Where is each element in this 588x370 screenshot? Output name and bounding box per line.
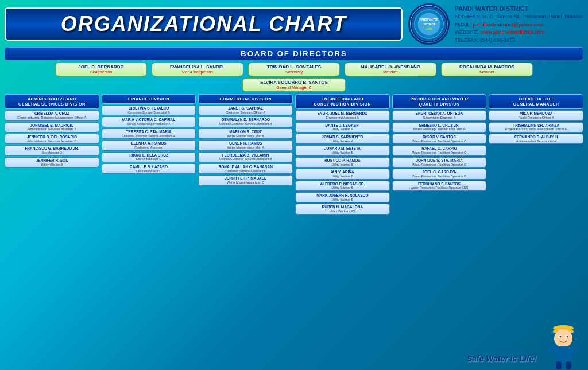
division-finance: FINANCE DIVISION CRISTINA S. FETALCOCorp… [102, 94, 196, 215]
staff-eng-2: JOMAR S. SARMIENTOUtility Worker A [295, 134, 390, 144]
staff-prod-4: JOHN DOE S. STA. MARIAWater Resources Fa… [392, 157, 487, 168]
division-admin: ADMINISTRATIVE ANDGENERAL SERVICES DIVIS… [5, 94, 99, 215]
directors-row: JOEL C. BERNARDO Chairperson EVANGELINA … [5, 63, 583, 76]
staff-com-3: GENER R. RAMOSWater Maintenance Man A [198, 140, 293, 150]
logo-info: PANDI WATER DISTRICT 1986 PANDI WATER DI… [408, 3, 583, 45]
staff-prod-6: FERDINAND F. SANTOSWater Resources Facil… [392, 181, 487, 191]
staff-gmo-1: TRISHIALINN DR. ARMIZAProject Planning a… [489, 122, 583, 133]
staff-eng-8: RUBEN N. MAGALONAUtility Worker (JO) [295, 204, 390, 214]
staff-fin-0: CRISTINA S. FETALCOCorporate Budget Spec… [102, 105, 196, 115]
page-title: ORGANIZATIONAL CHART [5, 7, 403, 41]
staff-admin-4: JENNIFER R. SOLUtility Worker B [5, 157, 99, 168]
svg-text:PANDI WATER: PANDI WATER [420, 18, 439, 21]
staff-fin-4: RIKKO L. DELA CRUZClerk Processor C [102, 152, 196, 162]
svg-point-9 [554, 329, 572, 348]
director-1: EVANGELINA L. SANDEL Vice-Chairperson [152, 63, 243, 76]
company-website: WEBSITE: www.pandiwaterdistrict.com [454, 29, 583, 37]
staff-fin-3: ELENITA A. RAMOSCashiering Assistant [102, 140, 196, 150]
staff-prod-0: ENGR. CESAR A. ORTEGASupervising Enginee… [392, 110, 487, 120]
division-commercial-title: COMMERCIAL DIVISION [198, 94, 293, 104]
svg-rect-14 [554, 346, 572, 363]
staff-com-1: GEMMALYN D. BERNARDOUtilities/Customer S… [198, 116, 293, 127]
header: ORGANIZATIONAL CHART PANDI WATER DISTRIC… [5, 3, 583, 45]
division-production-title: PRODUCTION AND WATERQUALITY DIVISION [392, 94, 487, 109]
division-finance-title: FINANCE DIVISION [102, 94, 196, 104]
staff-prod-1: ERNESTO L. CRUZ JR.Water/Sewerage Mainte… [392, 122, 487, 133]
division-engineering: ENGINEERING ANDCONSTRUCTION DIVISION ENG… [295, 94, 390, 215]
director-2: TRINIDAD L. GONZALES Secretary [248, 63, 340, 76]
svg-text:1986: 1986 [426, 28, 432, 30]
staff-admin-0: CRISELDA A. CRUZSenior Industrial Relati… [5, 110, 99, 120]
staff-eng-4: RUSTICO P. RAMOSUtility Worker B [295, 157, 390, 168]
staff-fin-5: CAMILLE B. LAZAROClerk Processor C [102, 163, 196, 174]
staff-com-6: JENNIFFER P. MABALEWater Maintenance Man… [198, 175, 293, 185]
svg-rect-16 [572, 348, 580, 352]
svg-point-12 [559, 336, 561, 338]
tagline: Safe Water is Life! [467, 354, 536, 363]
director-0: JOEL C. BERNARDO Chairperson [55, 63, 147, 76]
gm-box: ELVIRA SOCORRO B. SANTOS General Manager… [242, 78, 346, 92]
staff-com-0: JANET G. CAPIRALCustomer Services Office… [198, 105, 293, 115]
mascot-svg [545, 321, 582, 370]
division-gm-office: OFFICE OF THEGENERAL MANAGER MILA P. MEN… [489, 94, 583, 215]
divisions-row: ADMINISTRATIVE ANDGENERAL SERVICES DIVIS… [5, 94, 583, 215]
staff-com-4: FLORDELIZA B. VILLAMINUtilities/Customer… [198, 152, 293, 162]
staff-gmo-0: MILA P. MENDOZAPublic Relations Officer … [489, 110, 583, 120]
company-name: PANDI WATER DISTRICT [454, 4, 583, 14]
company-telefax: TELEFAX: (044) 661-1050 [454, 37, 583, 45]
svg-text:DISTRICT: DISTRICT [423, 23, 435, 26]
staff-eng-3: JONARD M. ESTETAUtility Worker B [295, 145, 390, 155]
svg-point-13 [566, 336, 568, 338]
staff-eng-0: ENGR. JOEL M. BERNARDOEngineering Assist… [295, 110, 390, 120]
staff-prod-3: RAFAEL O. CARPIOWater Resources Faciliti… [392, 145, 487, 155]
mascot [543, 318, 583, 370]
svg-rect-17 [556, 361, 562, 369]
division-production: PRODUCTION AND WATERQUALITY DIVISION ENG… [392, 94, 487, 215]
staff-com-2: MARLON R. CRUZWater Maintenance Man A [198, 128, 293, 139]
staff-eng-1: DANTE J. LEGASPIUtility Worker A [295, 122, 390, 133]
director-4: ROSALINDA M. MARCOS Member [441, 63, 533, 76]
staff-fin-1: MARIA VICTORIA C. CAPIRALSenior Accounti… [102, 116, 196, 127]
division-engineering-title: ENGINEERING ANDCONSTRUCTION DIVISION [295, 94, 390, 109]
gm-row: ELVIRA SOCORRO B. SANTOS General Manager… [5, 78, 583, 92]
bod-bar: BOARD OF DIRECTORS [5, 47, 583, 60]
company-info: PANDI WATER DISTRICT ADDRESS: M. G. Sant… [454, 4, 583, 45]
staff-admin-1: JORMISEL B. MAURICIOAdministration Servi… [5, 122, 99, 133]
staff-prod-2: RIGOR V. SANTOSWater Resources Facilitie… [392, 134, 487, 144]
director-3: MA. ISABEL O. AVENDAÑO Member [345, 63, 436, 76]
staff-admin-2: JENNIFER D. DEL ROSARIOAdministration Se… [5, 134, 99, 144]
staff-prod-5: JOEL G. GARDAYAWater Resources Facilitie… [392, 169, 487, 179]
svg-rect-15 [547, 348, 555, 352]
staff-eng-5: IAN Y. ARIÑAUtility Worker B [295, 169, 390, 179]
staff-admin-3: FRANCISCO G. BARREDO JR.Storekeeper D [5, 145, 99, 155]
staff-com-5: RONALD ALLAN C. BANABANCustomer Service … [198, 163, 293, 174]
svg-rect-18 [566, 361, 571, 369]
division-admin-title: ADMINISTRATIVE ANDGENERAL SERVICES DIVIS… [5, 94, 99, 109]
company-email: EMAIL: pandiwaterdistrict@yahoo.com [454, 21, 583, 29]
staff-eng-6: ALFREDO P. NIEGAS SR.Utility Worker B [295, 181, 390, 191]
division-gm-office-title: OFFICE OF THEGENERAL MANAGER [489, 94, 583, 109]
company-logo: PANDI WATER DISTRICT 1986 [408, 3, 450, 45]
staff-fin-2: TERESITA C. STA. MARIAUtilities/Customer… [102, 128, 196, 139]
company-address: ADDRESS: M. G. Santos St., Poblacion, Pa… [454, 13, 583, 21]
staff-eng-7: MARK JOSEPH R. NOLASCOUtility Worker B [295, 192, 390, 202]
division-commercial: COMMERCIAL DIVISION JANET G. CAPIRALCust… [198, 94, 293, 215]
title-block: ORGANIZATIONAL CHART [5, 7, 403, 41]
staff-gmo-2: FERNANDO S. ALDAY IIIAdministrative Serv… [489, 134, 583, 144]
